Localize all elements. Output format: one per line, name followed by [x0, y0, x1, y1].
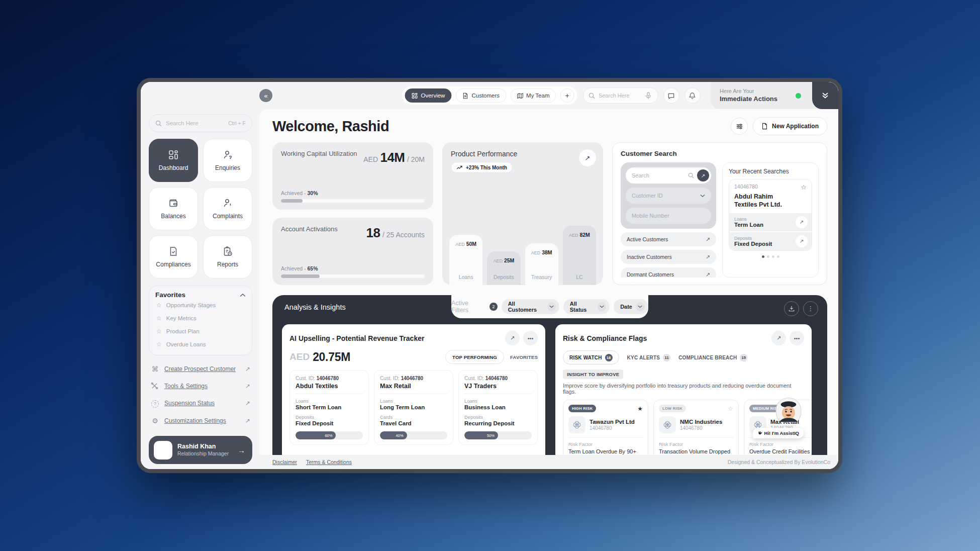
header-search — [583, 87, 658, 104]
tab-risk-watch[interactable]: RISK WATCH 18 — [563, 350, 619, 364]
sidebar-item-dashboard[interactable]: Dashboard — [149, 139, 198, 182]
link-customization-settings[interactable]: ⚙ Customization Settings ↗ — [149, 412, 252, 429]
expand-actions-button[interactable] — [812, 82, 838, 109]
customer-id-select[interactable] — [626, 188, 711, 204]
user-profile-card[interactable]: Rashid Khan Relationship Manager → — [149, 436, 252, 464]
favorite-item-opportunity-stages[interactable]: ☆ Opportunity Stages — [155, 299, 246, 312]
link-suspension-status[interactable]: ? Suspension Status ↗ — [149, 394, 252, 412]
account-activations-card: Account Activations 18 / 25 Accounts Ach… — [272, 218, 433, 285]
star-icon[interactable]: ☆ — [801, 183, 807, 191]
link-inactive-customers[interactable]: Inactive Customers ↗ — [621, 250, 716, 264]
header-search-input[interactable] — [599, 93, 642, 99]
terms-link[interactable]: Terms & Conditions — [306, 459, 352, 465]
notifications-button[interactable] — [684, 87, 701, 104]
search-icon — [688, 172, 694, 178]
tab-top-performing[interactable]: TOP PERFORMING — [445, 350, 504, 364]
mobile-number-input[interactable] — [632, 213, 705, 219]
active-filters-label: Active Filters — [451, 300, 485, 314]
assistiq-bubble[interactable]: Hi! I'm AssistIQ — [753, 428, 804, 438]
bar-treasury[interactable]: AED 38M Treasury — [525, 243, 558, 285]
sliders-icon — [736, 123, 743, 130]
link-dormant-customers[interactable]: Dormant Customers ↗ — [621, 267, 716, 278]
tile-label: Complaints — [213, 213, 243, 220]
star-icon: ☆ — [156, 341, 162, 348]
filter-settings-button[interactable] — [731, 118, 748, 135]
filter-date[interactable]: Date — [614, 299, 648, 314]
favorites-box: Favorites ☆ Opportunity Stages ☆ Key Met… — [149, 286, 252, 355]
sidebar-item-reports[interactable]: Reports — [203, 235, 252, 279]
risk-card-tawazun[interactable]: HIGH RISK ★ Tawazun Pvt Ltd 14046780 Ris… — [563, 400, 648, 455]
bar-deposits[interactable]: AED 25M Deposits — [487, 251, 520, 285]
sidebar-item-compliances[interactable]: Compliances — [149, 235, 198, 279]
star-icon: ☆ — [156, 302, 162, 309]
customer-search-input[interactable] — [632, 172, 685, 178]
sidebar-item-balances[interactable]: Balances — [149, 187, 198, 230]
tab-label: Customers — [471, 93, 500, 99]
risk-card-nmc[interactable]: LOW RISK ☆ NMC Industries 14046780 Risk … — [653, 400, 739, 455]
add-tab-button[interactable]: + — [560, 88, 574, 103]
expand-button[interactable]: ↗ — [505, 331, 520, 345]
arrow-up-right-icon: ↗ — [706, 236, 710, 243]
link-tools-settings[interactable]: Tools & Settings ↗ — [149, 378, 252, 394]
download-button[interactable] — [784, 301, 799, 316]
assistiq-widget[interactable]: Hi! I'm AssistIQ — [771, 396, 812, 430]
link-create-prospect-customer[interactable]: ⌘ Create Prospect Customer ↗ — [149, 360, 252, 378]
microphone-icon[interactable] — [645, 92, 651, 99]
tab-kyc-alerts[interactable]: KYC ALERTS 11 — [627, 354, 671, 361]
star-icon[interactable]: ★ — [637, 405, 643, 412]
count-badge: 18 — [605, 354, 613, 361]
upsell-customer-card[interactable]: Cust. ID: 14046780 VJ Traders Loans Busi… — [458, 370, 538, 445]
immediate-line1: Here Are Your — [720, 88, 777, 95]
mobile-number-field[interactable] — [626, 208, 711, 224]
favorite-item-key-metrics[interactable]: ☆ Key Metrics — [155, 312, 246, 325]
carousel-dots[interactable] — [729, 255, 812, 258]
svg-text:?: ? — [229, 155, 232, 160]
chat-button[interactable] — [663, 87, 679, 104]
tab-favorites[interactable]: FAVORITES — [510, 354, 538, 360]
more-options-button[interactable]: ••• — [523, 331, 538, 345]
customer-id-input[interactable] — [632, 193, 700, 199]
chevron-up-icon[interactable] — [240, 293, 246, 297]
tab-customers[interactable]: Customers — [455, 88, 506, 103]
open-product-button[interactable]: ↗ — [796, 216, 808, 228]
search-go-button[interactable]: ↗ — [697, 169, 709, 181]
filter-all-customers[interactable]: All Customers — [502, 299, 559, 314]
assistiq-avatar[interactable] — [771, 396, 806, 430]
bell-icon — [689, 92, 696, 100]
favorite-item-product-plan[interactable]: ☆ Product Plan — [155, 325, 246, 338]
new-application-button[interactable]: New Application — [753, 117, 827, 135]
plus-icon: + — [565, 91, 569, 100]
filter-all-status[interactable]: All Status — [563, 299, 610, 314]
disclaimer-link[interactable]: Disclaimer — [272, 459, 297, 465]
recent-search-card[interactable]: 14046780 ☆ Abdul Rahim Textiles Pvt Ltd.… — [729, 179, 812, 251]
immediate-actions-label: Here Are Your Immediate Actions — [720, 88, 777, 103]
open-product-button[interactable]: ↗ — [796, 235, 808, 247]
progress-fill — [281, 274, 320, 278]
tab-overview[interactable]: Overview — [405, 88, 452, 103]
tools-icon — [151, 382, 159, 390]
star-icon[interactable]: ☆ — [728, 405, 733, 412]
expand-button[interactable]: ↗ — [579, 149, 596, 166]
tab-compliance-breach[interactable]: COMPLIANCE BREACH 15 — [678, 354, 747, 361]
more-options-button[interactable]: ••• — [790, 331, 804, 345]
bar-lc[interactable]: AED 82M LC — [563, 226, 596, 285]
active-filters-count: 2 — [489, 303, 497, 311]
customer-id: 14046780 — [734, 183, 758, 191]
bar-loans[interactable]: AED 50M Loans — [449, 235, 482, 285]
sidebar-item-enquiries[interactable]: ? Enquiries — [203, 139, 252, 182]
sidebar: Ctrl + F Dashboard ? Enquiries Balances — [141, 109, 259, 469]
panel-title: Analysis & Insights — [284, 303, 346, 311]
upsell-customer-card[interactable]: Cust. ID: 14046780 Max Retail Loans Long… — [374, 370, 453, 445]
upsell-customer-card[interactable]: Cust. ID: 14046780 Abdul Textiles Loans … — [289, 370, 369, 445]
link-active-customers[interactable]: Active Customers ↗ — [621, 232, 716, 246]
sidebar-item-complaints[interactable]: Complaints — [203, 187, 252, 230]
company-logo-icon — [659, 416, 676, 433]
more-options-button[interactable]: ⋮ — [803, 301, 818, 316]
expand-button[interactable]: ↗ — [771, 331, 786, 345]
risk-cards-row: HIGH RISK ★ Tawazun Pvt Ltd 14046780 Ris… — [563, 400, 804, 455]
favorite-item-overdue-loans[interactable]: ☆ Overdue Loans — [155, 338, 246, 351]
sidebar-search-input[interactable] — [166, 120, 224, 126]
tab-my-team[interactable]: My Team — [510, 88, 556, 103]
customer-name: Abdul Rahim Textiles Pvt Ltd. — [734, 193, 795, 209]
sidebar-collapse-button[interactable]: « — [259, 89, 272, 102]
